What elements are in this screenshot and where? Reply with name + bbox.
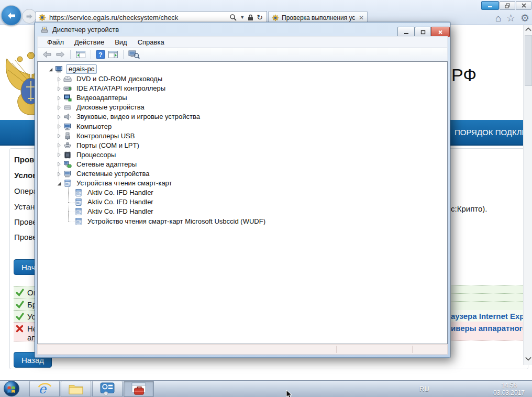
expand-chevron-icon[interactable] (56, 123, 63, 130)
smartcard-reader-icon (74, 198, 83, 206)
browser-back-button[interactable] (1, 5, 21, 26)
recommendation-link[interactable]: аузера Internet Explore (451, 312, 532, 321)
tree-item[interactable]: DVD и CD-ROM дисководы (56, 74, 164, 84)
scroll-down-icon[interactable] (524, 355, 532, 363)
refresh-icon[interactable]: ↻ (257, 13, 263, 21)
tree-item[interactable]: egais-pc (47, 64, 97, 74)
forward-icon[interactable] (55, 50, 65, 59)
tree-item-label: Порты (COM и LPT) (74, 141, 141, 150)
expand-chevron-icon[interactable] (56, 133, 63, 140)
start-button[interactable] (3, 381, 20, 396)
window-titlebar[interactable]: Диспетчер устройств (35, 23, 450, 36)
menu-action[interactable]: Действие (69, 37, 109, 47)
language-indicator[interactable]: RU (419, 385, 429, 393)
expand-chevron-icon[interactable] (56, 85, 63, 92)
tree-item[interactable]: Aktiv Co. IFD Handler (74, 197, 156, 207)
success-check-icon (16, 301, 24, 308)
tree-item-label: Системные устройства (74, 170, 151, 178)
expand-chevron-icon[interactable] (56, 75, 63, 83)
device-manager-icon (40, 25, 49, 34)
tree-item[interactable]: Сетевые адаптеры (56, 160, 139, 169)
browser-forward-button[interactable] (22, 9, 37, 24)
tree-item[interactable]: Системные устройства (56, 169, 151, 179)
tab-close-icon[interactable]: ✕ (359, 14, 364, 21)
scroll-up-icon[interactable] (524, 25, 532, 34)
tree-item[interactable]: Контроллеры USB (56, 131, 137, 141)
action-pane-icon[interactable] (108, 50, 118, 59)
dvd-drive-icon (63, 75, 72, 83)
collapse-chevron-icon[interactable] (56, 180, 63, 187)
mouse-cursor (286, 390, 292, 397)
page-scrollbar[interactable] (523, 25, 532, 365)
url-text[interactable]: https://service.egais.ru/checksystem/che… (49, 14, 228, 21)
control-panel-taskbar-button[interactable] (92, 381, 123, 397)
console-tree-icon[interactable] (75, 50, 86, 59)
scrollbar-thumb[interactable] (525, 35, 532, 86)
recommendation-link[interactable]: иверы аппаратного кл (451, 324, 532, 333)
navbar-link[interactable]: ПОРЯДОК ПОДКЛЮЧ (455, 128, 532, 137)
page-text-fragment: Услов (14, 171, 37, 180)
expand-chevron-icon[interactable] (56, 142, 63, 149)
search-icon[interactable] (229, 14, 237, 21)
security-lock-icon[interactable] (248, 14, 253, 21)
ide-controller-icon (63, 84, 72, 93)
minimize-button[interactable] (397, 27, 415, 37)
expand-chevron-icon[interactable] (56, 104, 63, 111)
expand-chevron-icon[interactable] (56, 94, 63, 102)
menu-view[interactable]: Вид (109, 37, 132, 47)
expand-chevron-icon[interactable] (56, 161, 63, 168)
expand-chevron-icon[interactable] (56, 113, 63, 120)
device-manager-window[interactable]: Диспетчер устройств Файл Действие Вид Сп… (35, 22, 450, 358)
tree-item[interactable]: Устройства чтения смарт-карт (56, 179, 174, 188)
tree-item[interactable]: Порты (COM и LPT) (56, 141, 141, 150)
menu-help[interactable]: Справка (132, 37, 170, 47)
browser-close-button[interactable] (516, 1, 531, 10)
internet-explorer-taskbar-button[interactable]: e (29, 381, 60, 397)
tree-item-label: Aktiv Co. IFD Handler (85, 189, 156, 197)
page-text-fragment: с:Крипто). (451, 204, 487, 213)
site-favicon-icon (38, 14, 46, 21)
tree-item[interactable]: Процессоры (56, 150, 118, 160)
close-button[interactable] (431, 27, 450, 37)
browser-restore-button[interactable] (500, 1, 515, 10)
back-icon[interactable] (42, 50, 52, 59)
favorites-star-icon[interactable]: ☆ (506, 13, 515, 23)
expand-chevron-icon[interactable] (56, 151, 63, 159)
device-manager-taskbar-button[interactable] (124, 381, 154, 397)
settings-gear-icon[interactable]: ⚙ (520, 13, 529, 23)
tree-item[interactable]: Дисковые устройства (56, 103, 147, 112)
check-result-band-success (451, 285, 528, 310)
menu-file[interactable]: Файл (42, 37, 69, 47)
smartcard-reader-icon (74, 189, 83, 197)
maximize-button[interactable] (415, 27, 431, 37)
folder-icon (68, 383, 84, 395)
device-tree-panel[interactable]: egais-pcDVD и CD-ROM дисководыIDE ATA/AT… (37, 61, 448, 344)
tree-connector-line (68, 212, 74, 212)
scan-hardware-icon[interactable] (128, 50, 140, 59)
network-adapter-icon (63, 160, 72, 169)
tree-item[interactable]: Звуковые, видео и игровые устройства (56, 112, 202, 122)
desktop: РФ ПОРЯДОК ПОДКЛЮЧ Прове Услов Опера Уст… (0, 0, 532, 397)
tree-item[interactable]: IDE ATA/ATAPI контроллеры (56, 84, 168, 93)
tree-item-label: Сетевые адаптеры (74, 160, 139, 169)
taskbar-clock[interactable]: 14:56 03.03.2017 (490, 382, 528, 396)
tree-item[interactable]: Aktiv Co. IFD Handler (74, 207, 156, 216)
tree-item-label: Контроллеры USB (74, 132, 137, 140)
collapse-chevron-icon[interactable] (47, 65, 55, 73)
home-icon[interactable]: ⌂ (495, 13, 501, 23)
search-dropdown-icon[interactable]: ▼ (240, 15, 245, 20)
help-icon[interactable]: ? (96, 50, 105, 59)
toolbar-separator (123, 50, 124, 59)
error-cross-icon (16, 325, 24, 333)
tree-item[interactable]: Устройство чтения смарт-карт Microsoft U… (74, 217, 268, 226)
tree-item[interactable]: Компьютер (56, 122, 114, 131)
tree-item-label: Устройство чтения смарт-карт Microsoft U… (85, 217, 268, 226)
menu-bar: Файл Действие Вид Справка (37, 36, 448, 48)
explorer-taskbar-button[interactable] (61, 381, 91, 397)
browser-minimize-button[interactable] (481, 1, 499, 10)
processor-icon (63, 151, 72, 159)
tree-item[interactable]: Aktiv Co. IFD Handler (74, 188, 156, 197)
ports-icon (63, 141, 72, 150)
expand-chevron-icon[interactable] (56, 170, 63, 178)
tree-item[interactable]: Видеоадаптеры (56, 93, 129, 103)
